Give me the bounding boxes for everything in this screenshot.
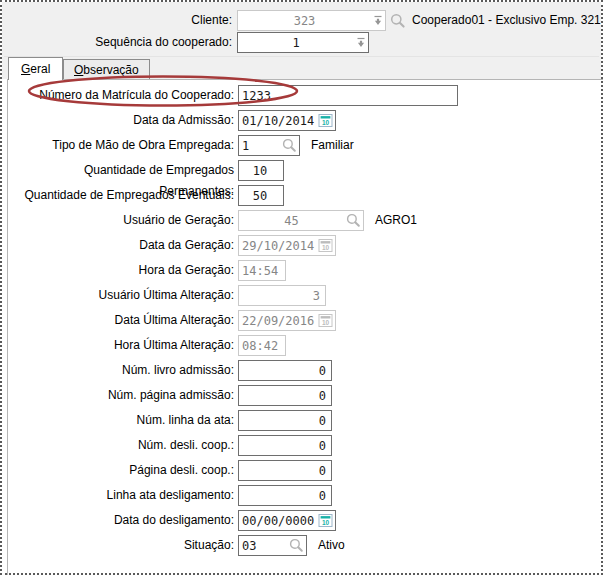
cliente-value: 323 [238, 14, 373, 28]
svg-text:10: 10 [322, 319, 330, 326]
form-row-situacao: Situação: 03 Ativo [8, 535, 603, 560]
tab-content-geral: Número da Matrícula do Cooperado: 1233 D… [7, 79, 603, 575]
search-icon[interactable] [289, 538, 304, 553]
situacao-label: Situação: [10, 535, 234, 556]
data-admissao-input[interactable]: 01/10/2014 10 [238, 110, 336, 131]
situacao-input[interactable]: 03 [238, 535, 307, 556]
field-value: 03 [239, 539, 289, 553]
form-row-hora-ultima-alteracao: Hora Última Alteração: 08:42 [8, 335, 603, 360]
form-row-pagina-desli-coop: Página desli. coop.: 0 [8, 460, 603, 485]
hora-ultima-alteracao-input[interactable]: 08:42 [238, 335, 286, 356]
qtde-empregados-permanentes-input[interactable]: 10 [238, 160, 284, 181]
num-livro-admissao-input[interactable]: 0 [238, 360, 332, 381]
form-row-num-desli-coop: Núm. desli. coop.: 0 [8, 435, 603, 460]
field-value: 0 [239, 439, 331, 453]
usuario-geracao-input[interactable]: 45 [238, 210, 364, 231]
spinner-icon[interactable] [373, 14, 383, 27]
sequencia-label: Sequência do cooperado: [2, 32, 232, 53]
field-value: 45 [239, 214, 346, 228]
data-ultima-alteracao-label: Data Última Alteração: [10, 310, 234, 331]
form-row-hora-geracao: Hora da Geração: 14:54 [8, 260, 603, 285]
usuario-ultima-alteracao-input[interactable]: 3 [238, 285, 326, 306]
linha-ata-desligamento-label: Linha ata desligamento: [10, 485, 234, 506]
form-row-num-linha-da-ata: Núm. linha da ata: 0 [8, 410, 603, 435]
usuario-ultima-alteracao-label: Usuário Última Alteração: [10, 285, 234, 306]
form-row-tipo-mao-de-obra: Tipo de Mão de Obra Empregada: 1 Familia… [8, 135, 603, 160]
field-value: 0 [239, 414, 331, 428]
form-row-usuario-ultima-alteracao: Usuário Última Alteração: 3 [8, 285, 603, 310]
cliente-search-icon[interactable] [390, 13, 406, 29]
matricula-label: Número da Matrícula do Cooperado: [10, 85, 234, 106]
form-row-num-livro-admissao: Núm. livro admissão: 0 [8, 360, 603, 385]
num-linha-da-ata-label: Núm. linha da ata: [10, 410, 234, 431]
pagina-desli-coop-input[interactable]: 0 [238, 460, 332, 481]
matricula-input[interactable]: 1233 [238, 85, 458, 106]
pagina-desli-coop-label: Página desli. coop.: [10, 460, 234, 481]
cliente-description: Cooperado01 - Exclusivo Emp. 321 [412, 10, 601, 31]
field-value: 01/10/2014 [239, 114, 318, 128]
field-value: 22/09/2016 [239, 314, 318, 328]
qtde-empregados-eventuais-label: Quantidade de Empregados Eventuais: [10, 185, 234, 206]
field-value: 3 [239, 289, 325, 303]
svg-text:10: 10 [322, 119, 330, 126]
field-value: 14:54 [239, 264, 285, 278]
svg-text:10: 10 [322, 244, 330, 251]
num-livro-admissao-label: Núm. livro admissão: [10, 360, 234, 381]
calendar-icon[interactable]: 10 [318, 113, 333, 128]
spinner-icon[interactable] [356, 36, 366, 49]
form-row-usuario-geracao: Usuário de Geração: 45 AGRO1 [8, 210, 603, 235]
usuario-geracao-description: AGRO1 [375, 210, 417, 231]
form-row-data-do-desligamento: Data do desligamento: 00/00/0000 10 [8, 510, 603, 535]
calendar-icon[interactable]: 10 [318, 313, 333, 328]
form-row-linha-ata-desligamento: Linha ata desligamento: 0 [8, 485, 603, 510]
field-value: 10 [239, 164, 283, 178]
field-value: 1233 [239, 89, 457, 103]
field-value: 1 [239, 139, 282, 153]
field-value: 08:42 [239, 339, 285, 353]
sequencia-value: 1 [238, 36, 356, 50]
form-row-data-admissao: Data da Admissão: 01/10/2014 10 [8, 110, 603, 135]
field-value: 0 [239, 489, 331, 503]
app-window: Cliente: 323 Cooperado01 - Exclusivo Emp… [0, 0, 603, 575]
hora-ultima-alteracao-label: Hora Última Alteração: [10, 335, 234, 356]
form-row-qtde-empregados-permanentes: Quantidade de Empregados Permanentes: 10 [8, 160, 603, 185]
tab-geral[interactable]: Geral [8, 57, 63, 80]
hora-geracao-label: Hora da Geração: [10, 260, 234, 281]
num-linha-da-ata-input[interactable]: 0 [238, 410, 332, 431]
cliente-label: Cliente: [2, 10, 232, 31]
hora-geracao-input[interactable]: 14:54 [238, 260, 286, 281]
search-icon[interactable] [282, 138, 297, 153]
cliente-input[interactable]: 323 [237, 10, 386, 31]
svg-text:10: 10 [322, 519, 330, 526]
field-value: 00/00/0000 [239, 514, 318, 528]
calendar-icon[interactable]: 10 [318, 238, 333, 253]
data-geracao-input[interactable]: 29/10/2014 10 [238, 235, 336, 256]
tipo-mao-de-obra-label: Tipo de Mão de Obra Empregada: [10, 135, 234, 156]
qtde-empregados-eventuais-input[interactable]: 50 [238, 185, 284, 206]
tab-bar: Geral Observação [2, 55, 601, 79]
usuario-geracao-label: Usuário de Geração: [10, 210, 234, 231]
form-row-data-ultima-alteracao: Data Última Alteração: 22/09/2016 10 [8, 310, 603, 335]
situacao-description: Ativo [318, 535, 345, 556]
data-do-desligamento-input[interactable]: 00/00/0000 10 [238, 510, 336, 531]
field-value: 0 [239, 389, 331, 403]
sequencia-input[interactable]: 1 [237, 32, 369, 53]
num-pagina-admissao-input[interactable]: 0 [238, 385, 332, 406]
tab-observacao[interactable]: Observação [63, 59, 150, 79]
form-row-qtde-empregados-eventuais: Quantidade de Empregados Eventuais: 50 [8, 185, 603, 210]
form-row-matricula: Número da Matrícula do Cooperado: 1233 [8, 85, 603, 110]
field-value: 0 [239, 364, 331, 378]
tipo-mao-de-obra-input[interactable]: 1 [238, 135, 300, 156]
data-do-desligamento-label: Data do desligamento: [10, 510, 234, 531]
data-geracao-label: Data da Geração: [10, 235, 234, 256]
calendar-icon[interactable]: 10 [318, 513, 333, 528]
field-value: 50 [239, 189, 283, 203]
data-admissao-label: Data da Admissão: [10, 110, 234, 131]
num-desli-coop-input[interactable]: 0 [238, 435, 332, 456]
search-icon[interactable] [346, 213, 361, 228]
field-value: 0 [239, 464, 331, 478]
form-row-num-pagina-admissao: Núm. página admissão: 0 [8, 385, 603, 410]
data-ultima-alteracao-input[interactable]: 22/09/2016 10 [238, 310, 336, 331]
linha-ata-desligamento-input[interactable]: 0 [238, 485, 332, 506]
tipo-mao-de-obra-description: Familiar [311, 135, 354, 156]
